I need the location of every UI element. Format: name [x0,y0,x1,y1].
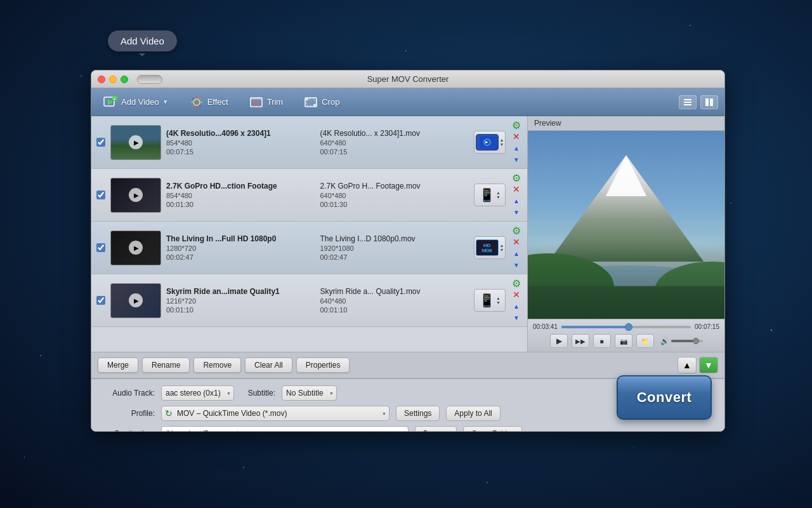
destination-input[interactable] [161,426,409,432]
svg-line-9 [192,98,193,99]
toolbar: + Add Video ▼ Effect [91,88,724,116]
rename-button[interactable]: Rename [142,358,190,373]
grid-view-button[interactable] [700,95,718,109]
video-checkbox-2[interactable] [96,190,105,199]
volume-thumb [693,338,699,344]
preview-mountain-bg [528,131,724,319]
remove-button[interactable]: Remove [193,358,241,373]
move-down-button[interactable]: ▼ [699,357,718,373]
remove-icon-2[interactable]: ✕ [511,184,522,194]
thumb-play-4: ▶ [111,284,160,318]
apply-to-all-button[interactable]: Apply to All [446,406,500,421]
screenshot-button[interactable]: 📷 [615,334,632,348]
svg-marker-1 [108,100,113,105]
clear-all-button[interactable]: Clear All [245,358,292,373]
video-output-1: (4K Resolutio... x 2304]1.mov 640*480 00… [320,129,469,156]
move-down-icon-3[interactable]: ▼ [511,260,522,270]
video-output-4: Skyrim Ride a... Quality1.mov 640*480 00… [320,287,469,314]
video-output-2: 2.7K GoPro H... Footage.mov 640*480 00:0… [320,182,469,208]
title-slider [137,75,162,84]
video-actions-1: ⚙ ✕ ▲ ▼ [511,120,522,164]
preview-label: Preview [528,116,724,131]
fast-forward-button[interactable]: ▶▶ [572,334,589,348]
trim-icon [249,95,264,110]
subtitle-select[interactable]: No Subtitle [282,385,337,401]
close-button[interactable] [98,76,105,83]
folder-button[interactable]: 📁 [636,334,654,348]
profile-select-wrapper: MOV – QuickTime Video (*.mov) [161,406,390,421]
file-list: ▶ (4K Resolutio...4096 x 2304]1 854*480 … [91,116,528,352]
player-buttons: ▶ ▶▶ ■ 📷 📁 🔊 [533,334,719,348]
add-video-button[interactable]: + Add Video ▼ [98,92,174,112]
video-thumb-3: ▶ [110,231,161,265]
svg-point-4 [193,99,200,105]
crop-button[interactable]: Crop [298,92,344,112]
toolbar-right [679,95,718,109]
main-window: Super MOV Converter + Add Video ▼ [91,70,725,432]
merge-button[interactable]: Merge [98,358,138,373]
thumb-play-1: ▶ [111,126,160,159]
move-up-icon-2[interactable]: ▲ [511,196,522,206]
move-down-icon-4[interactable]: ▼ [511,312,522,323]
effect-button[interactable]: Effect [184,92,233,112]
format-btn-3[interactable]: HD NEW ▲ ▼ [474,236,506,259]
format-arrow-4: ▲ ▼ [496,296,501,305]
add-video-icon: + [103,95,118,110]
svg-rect-19 [306,98,308,100]
remove-icon-1[interactable]: ✕ [511,131,522,142]
move-up-button[interactable]: ▲ [678,357,697,373]
profile-select[interactable]: MOV – QuickTime Video (*.mov) [161,406,390,421]
move-up-icon-1[interactable]: ▲ [511,143,522,153]
video-name-3: The Living In ...Full HD 1080p0 [166,234,315,243]
trim-button[interactable]: Trim [244,92,289,112]
progress-bar-container: 00:03:41 00:07:15 [533,323,719,330]
video-info-4: Skyrim Ride an...imate Quality1 1216*720… [166,287,315,314]
video-output-name-1: (4K Resolutio... x 2304]1.mov [320,129,469,138]
format-btn-4[interactable]: 📱 ▲ ▼ [474,289,506,312]
browse-button[interactable]: Browse [415,426,457,432]
destination-row: Destination: Browse Open Folder [101,426,715,432]
effect-label: Effect [207,97,228,107]
progress-fill [561,326,626,328]
video-row: ▶ Skyrim Ride an...imate Quality1 1216*7… [91,274,527,327]
settings-icon-2[interactable]: ⚙ [511,173,522,183]
progress-track[interactable] [561,326,691,328]
svg-rect-14 [251,98,262,100]
stop-button[interactable]: ■ [593,334,611,348]
video-checkbox-3[interactable] [96,243,105,252]
move-up-icon-3[interactable]: ▲ [511,248,522,258]
settings-button[interactable]: Settings [396,406,440,421]
settings-icon-3[interactable]: ⚙ [511,225,522,236]
remove-icon-4[interactable]: ✕ [511,290,522,300]
svg-rect-23 [684,104,691,105]
format-btn-1[interactable]: ▲ ▼ [474,131,506,154]
window-controls [98,76,128,83]
subtitle-wrapper: No Subtitle [282,385,337,401]
volume-icon: 🔊 [660,337,669,345]
video-checkbox-1[interactable] [96,138,105,147]
audio-track-select[interactable]: aac stereo (0x1) [161,385,234,401]
remove-icon-3[interactable]: ✕ [511,237,522,247]
settings-icon-4[interactable]: ⚙ [511,278,522,288]
subtitle-label: Subtitle: [240,389,275,398]
format-btn-2[interactable]: 📱 ▲ ▼ [474,184,506,206]
svg-line-11 [192,105,193,106]
video-info-1: (4K Resolutio...4096 x 2304]1 854*480 00… [166,129,315,156]
move-down-icon-1[interactable]: ▼ [511,154,522,164]
minimize-button[interactable] [109,76,117,83]
move-up-icon-4[interactable]: ▲ [511,301,522,311]
convert-button[interactable]: Convert [617,375,712,420]
properties-button[interactable]: Properties [296,358,350,373]
open-folder-button[interactable]: Open Folder [463,426,522,432]
volume-track[interactable] [671,340,703,342]
video-info-3: The Living In ...Full HD 1080p0 1280*720… [166,234,315,261]
maximize-button[interactable] [121,76,128,83]
video-checkbox-4[interactable] [96,296,105,305]
play-button[interactable]: ▶ [550,334,568,348]
video-output-3: The Living I...D 1080p0.mov 1920*1080 00… [320,234,469,261]
move-down-icon-2[interactable]: ▼ [511,207,522,217]
list-view-button[interactable] [679,95,697,109]
settings-icon-1[interactable]: ⚙ [511,120,522,130]
add-video-tooltip: Add Video [108,30,177,51]
window-title: Super MOV Converter [367,74,449,84]
